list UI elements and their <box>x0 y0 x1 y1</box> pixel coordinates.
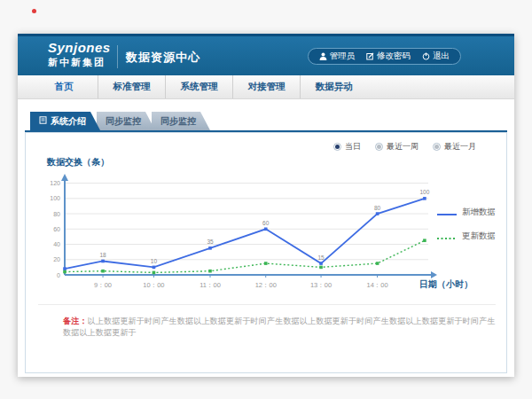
logo-subtext: 新中新集团 <box>48 57 111 67</box>
svg-text:12：00: 12：00 <box>255 281 277 289</box>
data-point <box>319 262 323 265</box>
svg-text:9：00: 9：00 <box>94 281 112 289</box>
y-tick-labels: 020406080100120 <box>50 180 60 278</box>
data-point-label: 18 <box>99 252 106 258</box>
tab-bar: 系统介绍 同步监控 同步监控 <box>30 112 207 130</box>
nav-item-home[interactable]: 首页 <box>30 75 98 98</box>
svg-text:60: 60 <box>53 226 60 232</box>
data-point <box>101 260 105 263</box>
legend-label: 新增数据 <box>462 207 496 218</box>
radio-icon <box>375 143 383 151</box>
data-point <box>153 271 156 275</box>
radio-last-week[interactable]: 最近一周 <box>375 141 419 153</box>
footnote: 备注：以上数据更新于时间产生数据以上数据更新于时间产生数据以上数据更新于时间产生… <box>63 316 496 339</box>
footnote-body: 以上数据更新于时间产生数据以上数据更新于时间产生数据以上数据更新于时间产生数据以… <box>63 317 496 337</box>
data-point <box>264 262 268 265</box>
radio-label: 当日 <box>345 141 361 153</box>
tab-label: 系统介绍 <box>51 115 86 128</box>
svg-text:14：00: 14：00 <box>367 281 388 289</box>
power-icon <box>422 52 430 60</box>
data-point-label: 100 <box>419 189 429 195</box>
svg-text:10：00: 10：00 <box>143 281 164 289</box>
data-point <box>63 270 66 274</box>
app-window: Synjones 新中新集团 数据资源中心 管理员 修改密码 <box>18 34 514 377</box>
svg-text:120: 120 <box>50 180 60 186</box>
svg-text:0: 0 <box>57 272 60 278</box>
radio-label: 最近一月 <box>444 141 476 153</box>
page-title: 数据资源中心 <box>126 50 200 66</box>
chart-legend: 新增数据 更新数据 <box>437 204 496 244</box>
footnote-section: 备注：以上数据更新于时间产生数据以上数据更新于时间产生数据以上数据更新于时间产生… <box>38 304 496 339</box>
data-point <box>153 266 156 270</box>
nav-item-system-mgmt[interactable]: 系统管理 <box>165 75 232 98</box>
content-panel: 当日 最近一周 最近一月 数据交换（条） 0204060801001209：00… <box>25 132 507 373</box>
data-point <box>208 270 212 273</box>
data-point <box>208 246 212 250</box>
nav-item-data-change[interactable]: 数据异动 <box>300 75 367 98</box>
svg-text:80: 80 <box>53 211 60 217</box>
solid-line-icon <box>437 204 457 220</box>
gridlines <box>65 184 428 260</box>
legend-new-data: 新增数据 <box>437 204 496 220</box>
header-bar: Synjones 新中新集团 数据资源中心 管理员 修改密码 <box>18 34 514 75</box>
data-point <box>101 270 105 273</box>
x-axis-title: 日期（小时） <box>419 278 473 291</box>
nav-item-integration-mgmt[interactable]: 对接管理 <box>232 75 300 98</box>
nav-item-standard-mgmt[interactable]: 标准管理 <box>98 75 165 98</box>
tab-label: 同步监控 <box>160 115 196 128</box>
tab-sync-monitor-2[interactable]: 同步监控 <box>152 112 210 130</box>
data-point <box>63 267 66 270</box>
data-point <box>423 197 426 200</box>
user-icon <box>319 52 327 60</box>
data-point-label: 15 <box>317 254 325 261</box>
svg-text:100: 100 <box>50 195 60 201</box>
radio-label: 最近一周 <box>387 141 419 153</box>
svg-text:11：00: 11：00 <box>200 281 221 289</box>
data-point <box>264 228 268 231</box>
x-tick-labels: 9：0010：0011：0012：0013：0014：00 <box>94 275 388 289</box>
data-point-label: 35 <box>207 239 214 245</box>
change-password-label: 修改密码 <box>377 51 411 62</box>
data-point-label: 10 <box>151 258 158 264</box>
svg-text:40: 40 <box>53 241 60 247</box>
radio-last-month[interactable]: 最近一月 <box>433 141 476 153</box>
legend-updated-data: 更新数据 <box>437 228 496 244</box>
data-point <box>319 266 323 270</box>
tab-sync-monitor-1[interactable]: 同步监控 <box>97 112 155 130</box>
logo-text: Synjones <box>48 41 111 56</box>
y-axis-title: 数据交换（条） <box>47 156 109 168</box>
document-icon <box>39 116 47 126</box>
user-toolbar: 管理员 修改密码 退出 <box>308 48 462 65</box>
series-0: 181035601580100 <box>63 189 430 270</box>
chart-area: 0204060801001209：0010：0011：0012：0013：001… <box>40 170 457 303</box>
footnote-prefix: 备注： <box>63 317 88 325</box>
exchange-chart: 0204060801001209：0010：0011：0012：0013：001… <box>40 170 457 303</box>
data-point-label: 60 <box>262 220 270 226</box>
current-user[interactable]: 管理员 <box>319 51 356 62</box>
tab-label: 同步监控 <box>106 115 141 128</box>
svg-text:20: 20 <box>53 256 60 262</box>
radio-icon <box>433 143 441 151</box>
edit-icon <box>366 52 374 60</box>
data-point-label: 80 <box>374 205 381 211</box>
change-password-button[interactable]: 修改密码 <box>366 51 411 62</box>
svg-text:13：00: 13：00 <box>310 281 332 289</box>
logout-label: 退出 <box>433 51 450 62</box>
data-point <box>376 262 379 265</box>
legend-label: 更新数据 <box>462 231 496 242</box>
data-point <box>423 239 426 242</box>
red-dot <box>32 9 36 13</box>
dotted-line-icon <box>437 228 457 244</box>
main-nav: 首页 标准管理 系统管理 对接管理 数据异动 <box>18 75 514 99</box>
radio-icon <box>333 143 341 151</box>
tab-system-intro[interactable]: 系统介绍 <box>30 112 100 130</box>
time-range-filter: 当日 最近一周 最近一月 <box>333 141 476 153</box>
logo: Synjones 新中新集团 <box>48 41 111 67</box>
radio-today[interactable]: 当日 <box>333 141 361 153</box>
header-divider <box>117 45 118 68</box>
logout-button[interactable]: 退出 <box>422 51 450 62</box>
data-point <box>376 212 379 215</box>
username-label: 管理员 <box>330 51 356 62</box>
